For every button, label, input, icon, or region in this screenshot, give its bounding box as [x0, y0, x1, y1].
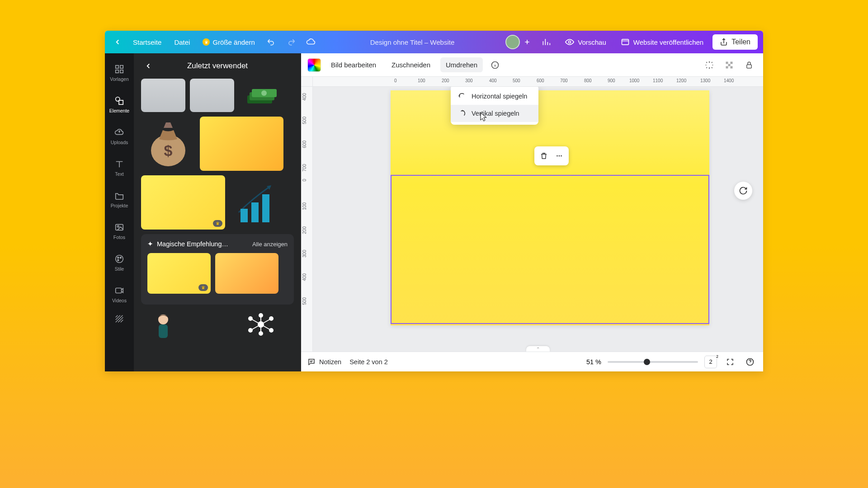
svg-line-36	[261, 324, 271, 330]
rail-photos[interactable]: Fotos	[105, 215, 134, 247]
color-picker-button[interactable]	[307, 58, 321, 72]
svg-line-34	[261, 319, 271, 324]
fullscreen-button[interactable]	[723, 355, 737, 369]
file-menu[interactable]: Datei	[170, 36, 194, 49]
rail-projects[interactable]: Projekte	[105, 183, 134, 215]
design-title[interactable]: Design ohne Titel – Website	[323, 38, 502, 46]
flip-vertical-item[interactable]: Vertikal spiegeln	[451, 105, 538, 122]
insights-button[interactable]	[536, 35, 556, 49]
svg-point-11	[118, 257, 119, 258]
flip-horizontal-icon	[458, 92, 466, 100]
svg-rect-25	[159, 324, 168, 338]
panel-back-button[interactable]	[141, 59, 156, 73]
notes-button[interactable]: Notizen	[307, 358, 341, 366]
rail-videos[interactable]: Videos	[105, 278, 134, 310]
element-thumb-yellow[interactable]: ♛	[141, 175, 225, 230]
element-thumb[interactable]	[190, 311, 234, 338]
flip-vertical-icon	[458, 109, 466, 117]
svg-point-9	[117, 225, 119, 227]
publish-button[interactable]: Website veröffentlichen	[615, 35, 709, 49]
svg-rect-44	[731, 66, 733, 68]
cloud-sync-icon[interactable]	[303, 34, 319, 50]
sparkle-icon: ✦	[147, 240, 153, 248]
svg-rect-22	[251, 202, 259, 222]
resize-button[interactable]: ♛ Größe ändern	[198, 36, 259, 49]
rail-text[interactable]: Text	[105, 152, 134, 183]
regenerate-button[interactable]	[734, 182, 752, 200]
element-thumb[interactable]	[141, 79, 185, 112]
page-indicator[interactable]: Seite 2 von 2	[349, 358, 388, 366]
page-grid-button[interactable]: 2	[704, 356, 717, 368]
elements-panel: Zuletzt verwendet $	[134, 53, 301, 371]
svg-rect-45	[747, 65, 752, 68]
delete-element-button[interactable]	[537, 149, 551, 163]
ruler-vertical: 400 500 600 700 0 100 200 300 400 500	[301, 87, 313, 352]
crown-icon: ♛	[203, 38, 210, 46]
svg-rect-3	[120, 66, 123, 68]
svg-point-0	[569, 41, 571, 43]
rec-thumb[interactable]: ♛	[147, 253, 211, 294]
home-link[interactable]: Startseite	[128, 36, 166, 49]
more-element-button[interactable]	[552, 149, 566, 163]
artboard-viewport[interactable]: Horizontal spiegeln Vertikal spiegeln ⌃	[313, 87, 763, 352]
undo-button[interactable]	[263, 34, 279, 50]
svg-rect-14	[116, 288, 122, 293]
zoom-percent[interactable]: 51 %	[586, 358, 601, 366]
lock-icon[interactable]	[741, 57, 757, 73]
element-thumb-person[interactable]	[141, 311, 185, 338]
svg-rect-7	[119, 100, 123, 104]
preview-label: Vorschau	[578, 38, 606, 46]
back-button[interactable]	[110, 35, 125, 49]
svg-rect-2	[116, 66, 118, 68]
svg-rect-41	[731, 61, 733, 64]
element-thumb-money-stack[interactable]	[239, 79, 283, 112]
recommendations-section: ✦ Magische Empfehlung… Alle anzeigen ♛	[141, 234, 294, 305]
preview-button[interactable]: Vorschau	[560, 35, 612, 49]
rail-more[interactable]	[105, 310, 134, 328]
add-collaborator-button[interactable]	[522, 37, 533, 47]
redo-button[interactable]	[283, 34, 299, 50]
svg-rect-4	[116, 70, 118, 73]
resize-label: Größe ändern	[212, 38, 255, 46]
page-expand-handle[interactable]: ⌃	[526, 346, 550, 352]
crop-button[interactable]: Zuschneiden	[386, 57, 436, 72]
projects-icon	[114, 190, 125, 201]
zoom-slider[interactable]	[608, 361, 698, 363]
rec-show-all[interactable]: Alle anzeigen	[252, 241, 288, 248]
help-button[interactable]	[743, 355, 757, 369]
panel-title: Zuletzt verwendet	[163, 61, 272, 70]
edit-image-button[interactable]: Bild bearbeiten	[326, 57, 382, 72]
ruler-horizontal: 0 100 200 300 400 500 600 700 800 900 10…	[313, 77, 763, 87]
element-thumb-gradient[interactable]	[200, 117, 283, 171]
svg-rect-23	[262, 194, 269, 222]
element-thumb[interactable]	[190, 79, 234, 112]
transparency-icon[interactable]	[722, 57, 737, 73]
element-thumb-chart[interactable]	[230, 175, 279, 230]
rail-templates[interactable]: Vorlagen	[105, 57, 134, 89]
canvas-area: Bild bearbeiten Zuschneiden Umdrehen 0 1…	[301, 53, 763, 371]
flip-button[interactable]: Umdrehen	[440, 57, 483, 72]
left-rail: Vorlagen Elemente Uploads Text Projekte …	[105, 53, 134, 371]
share-button[interactable]: Teilen	[712, 34, 758, 50]
rec-title-label: Magische Empfehlung…	[157, 240, 228, 248]
rail-uploads[interactable]: Uploads	[105, 120, 134, 152]
premium-badge-icon: ♛	[213, 220, 222, 227]
info-icon[interactable]	[487, 57, 503, 73]
element-floating-toolbar	[534, 146, 569, 165]
element-thumb-network[interactable]	[239, 311, 283, 338]
user-avatar[interactable]	[505, 35, 520, 49]
page-artboard[interactable]	[391, 90, 709, 325]
animate-icon[interactable]	[702, 57, 717, 73]
rail-styles[interactable]: Stile	[105, 247, 134, 278]
element-thumb-money-bag[interactable]: $	[141, 117, 195, 171]
top-toolbar: Startseite Datei ♛ Größe ändern Design o…	[105, 31, 763, 53]
rail-elements[interactable]: Elemente	[105, 89, 134, 120]
svg-point-51	[561, 155, 562, 157]
flip-horizontal-item[interactable]: Horizontal spiegeln	[451, 88, 538, 105]
svg-rect-5	[120, 70, 123, 73]
rec-thumb[interactable]	[215, 253, 278, 294]
text-icon	[114, 159, 125, 169]
svg-line-35	[250, 324, 261, 330]
publish-label: Website veröffentlichen	[633, 38, 703, 46]
svg-rect-40	[726, 61, 728, 64]
